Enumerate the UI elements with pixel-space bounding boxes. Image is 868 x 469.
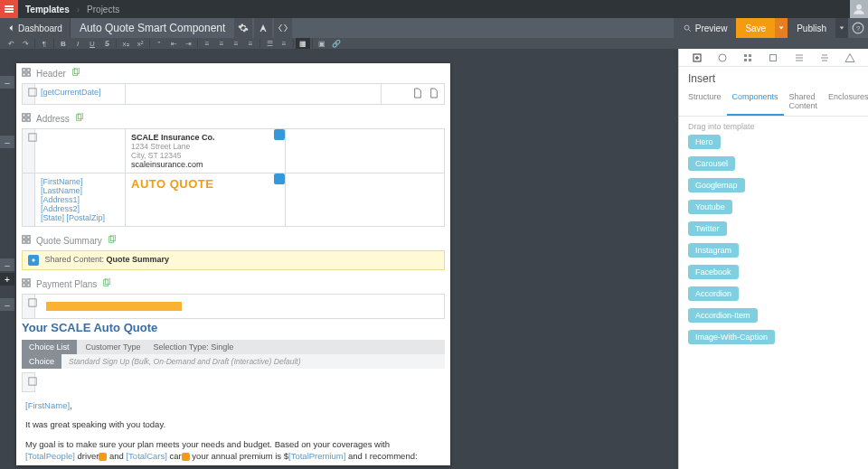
code-icon[interactable] [274,18,292,38]
toolbar-link-icon[interactable]: 🔗 [329,38,344,49]
addr2-placeholder[interactable]: [Address2] [41,204,80,213]
toolbar-paragraph-icon[interactable]: ¶ [37,38,52,49]
toolbar-align-left-icon[interactable]: ≡ [200,38,214,49]
add-section-icon[interactable]: + [0,273,14,286]
toolbar-underline-icon[interactable]: U [85,38,99,49]
customer-type-tab[interactable]: Customer Type [77,342,150,352]
toolbar-olist-icon[interactable]: ≡ [277,38,291,49]
chip-image-with-caption[interactable]: Image-With-Caption [688,330,775,344]
row-handle-icon[interactable] [23,295,35,319]
copy-icon[interactable] [108,235,117,246]
chip-accordion[interactable]: Accordion [688,286,739,301]
tab-structure[interactable]: Structure [683,89,727,116]
svg-rect-15 [27,114,30,117]
toolbar-indent-icon[interactable]: ⇥ [181,38,195,49]
user-avatar[interactable] [850,0,868,18]
collapse-address-icon[interactable]: – [0,136,14,148]
back-to-dashboard-button[interactable]: Dashboard [0,18,71,38]
toolbar-sub-icon[interactable]: x₂ [118,38,133,49]
tab-enclosures[interactable]: Enclosures [823,89,868,116]
firstname-placeholder[interactable]: [FirstName] [25,400,70,410]
toolbar-undo-icon[interactable]: ↶ [4,38,18,49]
copy-icon[interactable] [75,113,84,124]
section-payment-plans[interactable]: Payment Plans [16,274,450,294]
chip-accordion-item[interactable]: Accordion-Item [688,308,758,323]
chip-twitter[interactable]: Twitter [688,221,727,236]
plural-token-icon[interactable] [99,453,107,461]
totalcars-placeholder[interactable]: [TotalCars] [126,451,166,461]
copy-icon[interactable] [71,68,80,79]
data-mode-icon[interactable] [741,52,754,64]
save-button[interactable]: Save [736,18,775,38]
toolbar-list-icon[interactable]: ☰ [262,38,277,49]
save-chevron-icon[interactable] [775,18,788,38]
plural-token-icon[interactable] [182,453,190,461]
svg-rect-21 [23,236,25,239]
app-logo[interactable] [0,0,18,18]
chip-googlemap[interactable]: Googlemap [688,178,745,192]
chip-youtube[interactable]: Youtube [688,200,732,214]
align-mode-icon[interactable] [818,52,831,64]
state-placeholder[interactable]: [State] [PostalZip] [41,213,105,222]
svg-rect-28 [27,279,30,282]
row-handle-icon[interactable] [23,84,35,105]
chip-hero[interactable]: Hero [688,135,721,149]
toolbar-strike-icon[interactable]: S̶ [99,38,114,49]
settings-icon[interactable] [234,18,252,38]
format-toolbar: ↶ ↷ ¶ B I U S̶ x₂ x² " ⇤ ⇥ ≡ ≡ ≡ ≡ ☰ ≡ ▦… [0,38,868,49]
svg-rect-29 [23,284,25,286]
chip-facebook[interactable]: Facebook [688,265,739,279]
toolbar-outdent-icon[interactable]: ⇤ [166,38,181,49]
chip-instagram[interactable]: Instagram [688,243,739,258]
row-handle-icon[interactable] [23,129,35,174]
row-handle-icon[interactable] [23,373,35,392]
copy-icon[interactable] [102,278,111,289]
breadcrumb-templates[interactable]: Templates [18,5,77,14]
auto-quote-heading: AUTO QUOTE [131,177,213,191]
section-address[interactable]: Address [16,108,450,128]
history-mode-icon[interactable] [767,52,779,64]
preview-button[interactable]: Preview [674,18,737,38]
toolbar-align-right-icon[interactable]: ≡ [229,38,243,49]
svg-rect-31 [104,280,108,286]
font-icon[interactable] [254,18,272,38]
toolbar-bold-icon[interactable]: B [56,38,71,49]
doc-icon[interactable] [429,91,439,100]
choice-chip[interactable]: Choice [22,354,61,369]
date-placeholder[interactable]: [getCurrentDate] [41,88,101,97]
publish-button[interactable]: Publish [788,18,835,38]
addr1-placeholder[interactable]: [Address1] [41,195,80,204]
svg-rect-24 [27,240,30,243]
toolbar-align-justify-icon[interactable]: ≡ [243,38,258,49]
warning-mode-icon[interactable] [844,52,856,64]
toolbar-italic-icon[interactable]: I [71,38,85,49]
name-placeholder[interactable]: [FirstName] [LastName] [41,177,83,195]
tab-components[interactable]: Components [727,89,784,116]
collapse-quote-icon[interactable]: – [0,258,14,271]
help-icon[interactable]: ? [848,18,868,38]
insert-mode-icon[interactable] [691,52,703,64]
totalpeople-placeholder[interactable]: [TotalPeople] [25,451,75,461]
toolbar-table-icon[interactable]: ▦ [296,38,310,49]
list-mode-icon[interactable] [793,52,806,64]
toolbar-redo-icon[interactable]: ↷ [18,38,33,49]
toolbar-align-center-icon[interactable]: ≡ [214,38,229,49]
drag-chip-icon[interactable] [274,174,285,184]
section-header[interactable]: Header [16,63,450,83]
chip-carousel[interactable]: Carousel [688,156,735,171]
collapse-payment-icon[interactable]: – [0,298,14,311]
toolbar-quote-icon[interactable]: " [152,38,166,49]
collapse-header-icon[interactable]: – [0,76,14,89]
totalpremium-placeholder[interactable]: [TotalPremium] [288,451,345,461]
section-quote-summary[interactable]: Quote Summary [16,230,450,250]
drag-chip-icon[interactable] [274,129,285,140]
choice-list-tab[interactable]: Choice List [22,340,77,354]
tab-shared-content[interactable]: Shared Content [784,89,824,116]
toolbar-sup-icon[interactable]: x² [133,38,147,49]
styles-mode-icon[interactable] [716,52,729,64]
toolbar-insert-icon[interactable]: ▣ [315,38,329,49]
doc-icon[interactable] [413,91,422,100]
publish-chevron-icon[interactable] [835,18,848,38]
breadcrumb-projects[interactable]: Projects [80,5,127,14]
shared-content-strip[interactable]: Shared Content: Quote Summary [22,250,445,270]
